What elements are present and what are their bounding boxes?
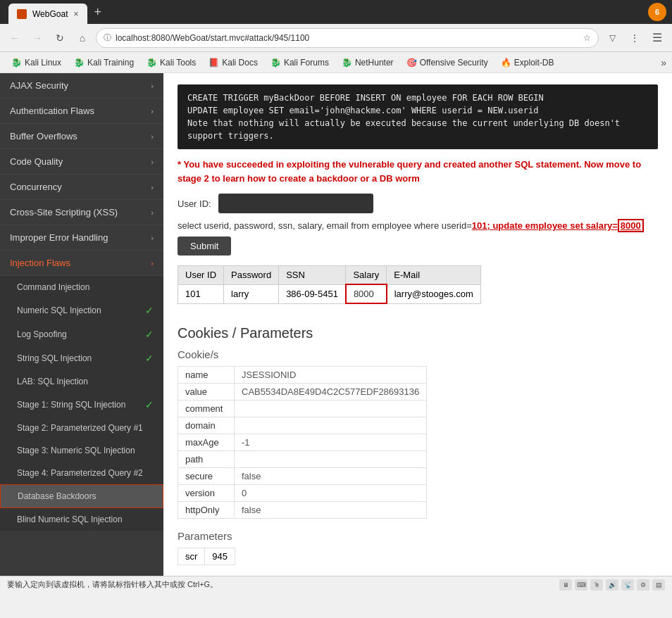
sidebar-item-concurrency[interactable]: Concurrency › [0, 175, 163, 200]
cookie-row-name: name JSESSIONID [178, 367, 427, 384]
cookie-field-httponly-value: false [235, 502, 427, 519]
chevron-right-icon: › [151, 107, 154, 115]
new-tab-button[interactable]: + [89, 5, 108, 20]
sidebar-sub-command-injection[interactable]: Command Injection [0, 276, 163, 298]
bookmark-kali-forums[interactable]: 🐉 Kali Forums [265, 56, 335, 70]
bookmark-kali-training[interactable]: 🐉 Kali Training [68, 56, 139, 70]
user-id-input[interactable] [218, 194, 373, 213]
bookmark-kali-docs[interactable]: 📕 Kali Docs [203, 56, 263, 70]
user-id-form-row: User ID: [178, 194, 658, 213]
bookmark-kali-tools-label: Kali Tools [160, 58, 196, 68]
chevron-right-icon: › [151, 234, 154, 242]
sidebar-item-ajax-security[interactable]: AJAX Security › [0, 73, 163, 99]
cookie-row-comment: comment [178, 401, 427, 417]
cookie-row-value: value CAB5534DA8E49D4C2C577EDF28693136 [178, 384, 427, 401]
cookie-field-secure-value: false [235, 468, 427, 485]
col-header-password: Password [224, 266, 279, 285]
bookmark-kali-linux[interactable]: 🐉 Kali Linux [6, 56, 67, 70]
cookie-field-comment-label: comment [178, 401, 235, 417]
sidebar-item-auth-flaws[interactable]: Authentication Flaws › [0, 99, 163, 124]
param-row-scr: scr 945 [178, 548, 235, 565]
sidebar-sub-blind-numeric[interactable]: Blind Numeric SQL Injection [0, 508, 163, 531]
chevron-right-icon: › [151, 132, 154, 141]
sidebar-sub-string-sql[interactable]: String SQL Injection ✓ [0, 346, 163, 370]
sidebar-sub-numeric-sql[interactable]: Numeric SQL Injection ✓ [0, 298, 163, 322]
bookmark-offensive-security-label: Offensive Security [420, 58, 488, 68]
tab-close-button[interactable]: × [73, 9, 78, 19]
sidebar-sub-stage4[interactable]: Stage 4: Parameterized Query #2 [0, 462, 163, 484]
sidebar-item-injection-flaws[interactable]: Injection Flaws › [0, 251, 163, 276]
extensions-button[interactable]: ▽ [603, 29, 621, 47]
back-button[interactable]: ← [6, 29, 24, 47]
sidebar-sub-lab-sql-label: LAB: SQL Injection [17, 377, 88, 386]
more-button[interactable]: ⋮ [626, 29, 644, 47]
main-layout: AJAX Security › Authentication Flaws › B… [0, 73, 672, 576]
sidebar-sub-stage4-label: Stage 4: Parameterized Query #2 [17, 468, 143, 478]
code-block: CREATE TRIGGER myBackDoor BEFORE INSERT … [178, 84, 658, 149]
bookmark-kali-docs-label: Kali Docs [222, 58, 258, 68]
status-icon-1: 🖥 [559, 579, 572, 591]
nethunter-icon: 🐉 [342, 58, 352, 68]
chevron-right-icon: › [151, 158, 154, 166]
bookmark-kali-tools[interactable]: 🐉 Kali Tools [141, 56, 201, 70]
menu-button[interactable]: ☰ [648, 29, 666, 47]
sidebar: AJAX Security › Authentication Flaws › B… [0, 73, 163, 576]
sidebar-item-buffer-overflows-label: Buffer Overflows [10, 131, 77, 141]
sidebar-sub-stage1-label: Stage 1: String SQL Injection [17, 400, 125, 410]
kali-forums-icon: 🐉 [270, 58, 281, 68]
sidebar-item-xss[interactable]: Cross-Site Scripting (XSS) › [0, 200, 163, 225]
sidebar-item-error-handling-label: Improper Error Handling [10, 232, 108, 243]
sidebar-item-error-handling[interactable]: Improper Error Handling › [0, 225, 163, 251]
check-icon-stage1: ✓ [145, 399, 154, 410]
cell-password: larry [224, 284, 279, 303]
submit-button[interactable]: Submit [178, 237, 231, 256]
sidebar-sub-log-spoofing-label: Log Spoofing [17, 329, 67, 339]
cookie-field-path-value [235, 451, 427, 468]
forward-button[interactable]: → [28, 29, 46, 47]
cookie-row-version: version 0 [178, 485, 427, 502]
sidebar-sub-stage3[interactable]: Stage 3: Numeric SQL Injection [0, 439, 163, 462]
status-icon-7: ▤ [652, 579, 665, 591]
table-row: 101 larry 386-09-5451 8000 larry@stooges… [178, 284, 481, 303]
cookie-field-name-label: name [178, 367, 235, 384]
chevron-right-icon: › [151, 82, 154, 90]
bookmark-nethunter[interactable]: 🐉 NetHunter [336, 56, 399, 70]
sidebar-sub-stage1[interactable]: Stage 1: String SQL Injection ✓ [0, 393, 163, 417]
sidebar-item-buffer-overflows[interactable]: Buffer Overflows › [0, 124, 163, 149]
sidebar-sub-stage2[interactable]: Stage 2: Parameterized Query #1 [0, 417, 163, 439]
sidebar-sub-stage3-label: Stage 3: Numeric SQL Injection [17, 446, 135, 455]
cookie-row-secure: secure false [178, 468, 427, 485]
bookmarks-bar: 🐉 Kali Linux 🐉 Kali Training 🐉 Kali Tool… [0, 52, 672, 73]
kali-training-icon: 🐉 [74, 58, 85, 68]
content-area: CREATE TRIGGER myBackDoor BEFORE INSERT … [163, 73, 672, 576]
cookie-field-value-value: CAB5534DA8E49D4C2C577EDF28693136 [235, 384, 427, 401]
cell-salary: 8000 [346, 284, 387, 303]
addressbar-row: ← → ↻ ⌂ ⓘ localhost:8080/WebGoat/start.m… [0, 24, 672, 52]
cookies-subtitle: Cookie/s [178, 348, 658, 360]
sidebar-item-code-quality[interactable]: Code Quality › [0, 149, 163, 175]
sidebar-item-auth-flaws-label: Authentication Flaws [10, 106, 94, 116]
code-line-1: CREATE TRIGGER myBackDoor BEFORE INSERT … [187, 92, 648, 104]
cookie-field-domain-label: domain [178, 417, 235, 434]
bookmark-kali-linux-label: Kali Linux [25, 58, 61, 68]
profile-avatar[interactable]: 6 [648, 3, 666, 21]
cookie-field-version-label: version [178, 485, 235, 502]
status-bar: 要输入定向到该虚拟机，请将鼠标指针移入其中或按 Ctrl+G。 🖥 ⌨ 🖱 🔊 … [0, 576, 672, 593]
tab-bar: WebGoat × + [6, 0, 644, 25]
param-value-scr: 945 [205, 548, 235, 565]
home-button[interactable]: ⌂ [73, 29, 92, 47]
bookmark-exploit-db[interactable]: 🔥 Exploit-DB [495, 56, 560, 70]
bookmark-star-icon[interactable]: ☆ [583, 33, 591, 43]
active-tab[interactable]: WebGoat × [8, 4, 87, 25]
status-icon-2: ⌨ [575, 579, 587, 591]
address-bar[interactable]: ⓘ localhost:8080/WebGoat/start.mvc#attac… [96, 28, 599, 48]
bookmarks-more-button[interactable]: » [661, 57, 666, 68]
col-header-email: E-Mail [387, 266, 481, 285]
cookie-field-maxage-label: maxAge [178, 434, 235, 451]
address-icons: ☆ [583, 33, 591, 43]
sidebar-sub-log-spoofing[interactable]: Log Spoofing ✓ [0, 322, 163, 346]
sidebar-sub-db-backdoors[interactable]: Database Backdoors [0, 484, 163, 508]
reload-button[interactable]: ↻ [51, 29, 69, 47]
sidebar-sub-lab-sql[interactable]: LAB: SQL Injection [0, 370, 163, 393]
bookmark-offensive-security[interactable]: 🎯 Offensive Security [401, 56, 494, 70]
